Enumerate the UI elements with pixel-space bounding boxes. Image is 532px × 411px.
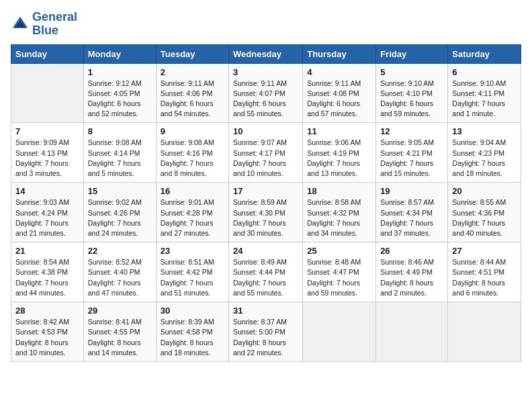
- calendar-cell: 24Sunrise: 8:49 AMSunset: 4:44 PMDayligh…: [229, 242, 303, 302]
- weekday-header-cell: Sunday: [11, 44, 84, 63]
- day-info: Sunrise: 9:07 AMSunset: 4:17 PMDaylight:…: [233, 138, 298, 179]
- logo-text: General Blue: [32, 11, 77, 38]
- day-info: Sunrise: 8:42 AMSunset: 4:53 PMDaylight:…: [15, 317, 79, 358]
- calendar-cell: 28Sunrise: 8:42 AMSunset: 4:53 PMDayligh…: [11, 302, 84, 362]
- day-info: Sunrise: 8:44 AMSunset: 4:51 PMDaylight:…: [452, 257, 517, 298]
- calendar-cell: 5Sunrise: 9:10 AMSunset: 4:10 PMDaylight…: [376, 63, 448, 123]
- day-number: 21: [15, 246, 79, 256]
- day-info: Sunrise: 9:08 AMSunset: 4:16 PMDaylight:…: [161, 138, 224, 179]
- calendar-cell: [303, 302, 376, 362]
- day-info: Sunrise: 8:55 AMSunset: 4:36 PMDaylight:…: [452, 197, 517, 238]
- calendar-cell: 4Sunrise: 9:11 AMSunset: 4:08 PMDaylight…: [303, 63, 376, 123]
- day-number: 3: [233, 67, 298, 77]
- day-info: Sunrise: 9:03 AMSunset: 4:24 PMDaylight:…: [15, 197, 79, 238]
- calendar-week-row: 14Sunrise: 9:03 AMSunset: 4:24 PMDayligh…: [11, 183, 521, 242]
- calendar-cell: 23Sunrise: 8:51 AMSunset: 4:42 PMDayligh…: [156, 242, 228, 302]
- calendar-cell: 31Sunrise: 8:37 AMSunset: 5:00 PMDayligh…: [229, 302, 303, 362]
- day-number: 4: [307, 67, 371, 77]
- calendar-cell: 7Sunrise: 9:09 AMSunset: 4:13 PMDaylight…: [11, 123, 84, 183]
- day-number: 16: [161, 186, 224, 196]
- weekday-header-cell: Thursday: [303, 44, 376, 63]
- calendar-cell: 6Sunrise: 9:10 AMSunset: 4:11 PMDaylight…: [448, 63, 521, 123]
- day-info: Sunrise: 8:37 AMSunset: 5:00 PMDaylight:…: [233, 317, 298, 358]
- calendar-cell: 12Sunrise: 9:05 AMSunset: 4:21 PMDayligh…: [376, 123, 448, 183]
- day-number: 13: [452, 126, 517, 136]
- day-number: 5: [380, 67, 443, 77]
- day-number: 2: [161, 67, 224, 77]
- calendar-cell: 14Sunrise: 9:03 AMSunset: 4:24 PMDayligh…: [11, 183, 84, 242]
- day-info: Sunrise: 9:11 AMSunset: 4:07 PMDaylight:…: [233, 79, 298, 120]
- day-number: 24: [233, 246, 298, 256]
- day-number: 9: [161, 126, 224, 136]
- day-info: Sunrise: 8:46 AMSunset: 4:49 PMDaylight:…: [380, 257, 443, 298]
- calendar-body: 1Sunrise: 9:12 AMSunset: 4:05 PMDaylight…: [11, 63, 521, 361]
- day-info: Sunrise: 8:48 AMSunset: 4:47 PMDaylight:…: [307, 257, 371, 298]
- day-info: Sunrise: 8:54 AMSunset: 4:38 PMDaylight:…: [15, 257, 79, 298]
- day-info: Sunrise: 8:57 AMSunset: 4:34 PMDaylight:…: [380, 197, 443, 238]
- day-info: Sunrise: 8:39 AMSunset: 4:58 PMDaylight:…: [161, 317, 224, 358]
- calendar-cell: 17Sunrise: 8:59 AMSunset: 4:30 PMDayligh…: [229, 183, 303, 242]
- day-number: 22: [88, 246, 152, 256]
- day-number: 17: [233, 186, 298, 196]
- calendar-cell: 11Sunrise: 9:06 AMSunset: 4:19 PMDayligh…: [303, 123, 376, 183]
- weekday-header-cell: Monday: [83, 44, 156, 63]
- calendar-cell: 18Sunrise: 8:58 AMSunset: 4:32 PMDayligh…: [303, 183, 376, 242]
- calendar-cell: 29Sunrise: 8:41 AMSunset: 4:55 PMDayligh…: [83, 302, 156, 362]
- day-number: 10: [233, 126, 298, 136]
- calendar-cell: 30Sunrise: 8:39 AMSunset: 4:58 PMDayligh…: [156, 302, 228, 362]
- weekday-header-cell: Friday: [376, 44, 448, 63]
- day-number: 28: [15, 306, 79, 316]
- calendar-cell: 27Sunrise: 8:44 AMSunset: 4:51 PMDayligh…: [448, 242, 521, 302]
- calendar-cell: 19Sunrise: 8:57 AMSunset: 4:34 PMDayligh…: [376, 183, 448, 242]
- day-info: Sunrise: 9:02 AMSunset: 4:26 PMDaylight:…: [88, 197, 152, 238]
- calendar-cell: 13Sunrise: 9:04 AMSunset: 4:23 PMDayligh…: [448, 123, 521, 183]
- day-info: Sunrise: 9:04 AMSunset: 4:23 PMDaylight:…: [452, 138, 517, 179]
- day-number: 19: [380, 186, 443, 196]
- calendar-cell: 16Sunrise: 9:01 AMSunset: 4:28 PMDayligh…: [156, 183, 228, 242]
- day-number: 6: [452, 67, 517, 77]
- weekday-header-cell: Tuesday: [156, 44, 228, 63]
- day-info: Sunrise: 9:12 AMSunset: 4:05 PMDaylight:…: [88, 79, 152, 120]
- day-number: 12: [380, 126, 443, 136]
- page-header: General Blue: [11, 11, 521, 38]
- logo: General Blue: [11, 11, 77, 38]
- day-number: 8: [88, 126, 152, 136]
- calendar-cell: 15Sunrise: 9:02 AMSunset: 4:26 PMDayligh…: [83, 183, 156, 242]
- calendar-cell: [448, 302, 521, 362]
- day-number: 26: [380, 246, 443, 256]
- day-info: Sunrise: 9:11 AMSunset: 4:06 PMDaylight:…: [161, 79, 224, 120]
- calendar-cell: 21Sunrise: 8:54 AMSunset: 4:38 PMDayligh…: [11, 242, 84, 302]
- day-number: 11: [307, 126, 371, 136]
- day-number: 15: [88, 186, 152, 196]
- day-info: Sunrise: 9:01 AMSunset: 4:28 PMDaylight:…: [161, 197, 224, 238]
- day-info: Sunrise: 8:52 AMSunset: 4:40 PMDaylight:…: [88, 257, 152, 298]
- day-number: 1: [88, 67, 152, 77]
- calendar-cell: 20Sunrise: 8:55 AMSunset: 4:36 PMDayligh…: [448, 183, 521, 242]
- calendar-cell: 3Sunrise: 9:11 AMSunset: 4:07 PMDaylight…: [229, 63, 303, 123]
- day-number: 7: [15, 126, 79, 136]
- calendar-cell: 1Sunrise: 9:12 AMSunset: 4:05 PMDaylight…: [83, 63, 156, 123]
- day-info: Sunrise: 9:10 AMSunset: 4:10 PMDaylight:…: [380, 79, 443, 120]
- day-info: Sunrise: 9:05 AMSunset: 4:21 PMDaylight:…: [380, 138, 443, 179]
- logo-icon: [11, 15, 30, 34]
- day-number: 14: [15, 186, 79, 196]
- calendar-table: SundayMondayTuesdayWednesdayThursdayFrid…: [11, 44, 521, 362]
- weekday-header-cell: Wednesday: [229, 44, 303, 63]
- calendar-cell: 2Sunrise: 9:11 AMSunset: 4:06 PMDaylight…: [156, 63, 228, 123]
- weekday-header-row: SundayMondayTuesdayWednesdayThursdayFrid…: [11, 44, 521, 63]
- day-number: 29: [88, 306, 152, 316]
- calendar-week-row: 28Sunrise: 8:42 AMSunset: 4:53 PMDayligh…: [11, 302, 521, 362]
- calendar-cell: 22Sunrise: 8:52 AMSunset: 4:40 PMDayligh…: [83, 242, 156, 302]
- day-info: Sunrise: 9:08 AMSunset: 4:14 PMDaylight:…: [88, 138, 152, 179]
- day-number: 27: [452, 246, 517, 256]
- calendar-cell: 26Sunrise: 8:46 AMSunset: 4:49 PMDayligh…: [376, 242, 448, 302]
- day-number: 23: [161, 246, 224, 256]
- day-number: 30: [161, 306, 224, 316]
- day-info: Sunrise: 8:59 AMSunset: 4:30 PMDaylight:…: [233, 197, 298, 238]
- day-number: 20: [452, 186, 517, 196]
- calendar-week-row: 21Sunrise: 8:54 AMSunset: 4:38 PMDayligh…: [11, 242, 521, 302]
- calendar-cell: 10Sunrise: 9:07 AMSunset: 4:17 PMDayligh…: [229, 123, 303, 183]
- day-number: 18: [307, 186, 371, 196]
- calendar-cell: 8Sunrise: 9:08 AMSunset: 4:14 PMDaylight…: [83, 123, 156, 183]
- calendar-cell: [376, 302, 448, 362]
